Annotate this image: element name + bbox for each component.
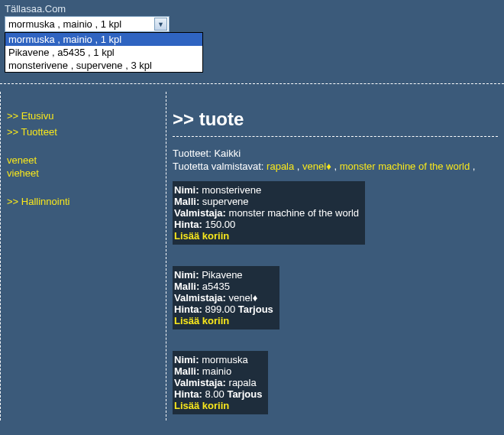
nav-products[interactable]: >> Tuotteet bbox=[7, 126, 160, 138]
cart-select-dropdown[interactable]: mormuska , mainio , 1 kpl Pikavene , a54… bbox=[5, 32, 203, 73]
divider bbox=[173, 136, 498, 137]
chevron-down-icon[interactable]: ▼ bbox=[154, 18, 167, 31]
category-line: Tuotteet: Kaikki bbox=[173, 148, 498, 159]
nav-sub-lures[interactable]: vieheet bbox=[7, 167, 160, 179]
site-title: Tällasaa.Com bbox=[5, 3, 499, 15]
cart-select-value: mormuska , mainio , 1 kpl bbox=[8, 18, 121, 30]
nav-admin[interactable]: >> Hallinnointi bbox=[7, 196, 160, 207]
manufacturers-line: Tuotetta valmistavat: rapala , venel♦ , … bbox=[173, 161, 498, 172]
add-to-cart-link[interactable]: Lisää koriin bbox=[174, 230, 229, 242]
dropdown-option[interactable]: Pikavene , a5435 , 1 kpl bbox=[5, 46, 202, 59]
manufacturer-link[interactable]: monster machine of the world bbox=[340, 161, 470, 172]
product-card: Nimi: Pikavene Malli: a5435 Valmistaja: … bbox=[173, 266, 279, 329]
product-card: Nimi: mormuska Malli: mainio Valmistaja:… bbox=[173, 351, 268, 414]
product-card: Nimi: monsterivene Malli: supervene Valm… bbox=[173, 181, 365, 245]
add-to-cart-link[interactable]: Lisää koriin bbox=[174, 400, 229, 411]
nav-sub-boats[interactable]: veneet bbox=[7, 154, 160, 166]
manufacturer-link[interactable]: venel♦ bbox=[302, 161, 331, 172]
dropdown-option[interactable]: monsterivene , supervene , 3 kpl bbox=[5, 59, 202, 72]
offer-badge: Tarjous bbox=[227, 388, 262, 400]
page-title: >> tuote bbox=[173, 109, 498, 130]
cart-select[interactable]: mormuska , mainio , 1 kpl ▼ bbox=[5, 16, 170, 32]
nav-home[interactable]: >> Etusivu bbox=[7, 110, 160, 122]
manufacturer-link[interactable]: rapala bbox=[267, 161, 294, 172]
dropdown-option[interactable]: mormuska , mainio , 1 kpl bbox=[5, 33, 202, 46]
add-to-cart-link[interactable]: Lisää koriin bbox=[174, 315, 229, 326]
offer-badge: Tarjous bbox=[238, 304, 273, 315]
